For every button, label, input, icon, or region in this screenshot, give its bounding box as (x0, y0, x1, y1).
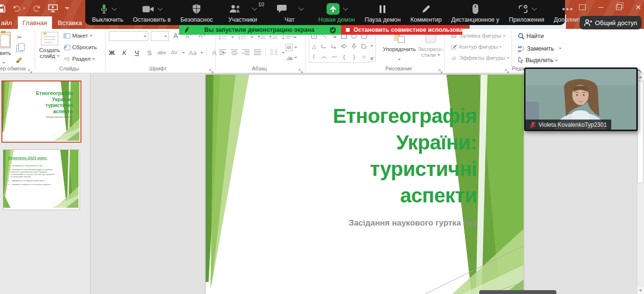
align-left-icon[interactable] (219, 48, 226, 57)
svg-text:ab: ab (518, 45, 522, 49)
slides-group-label: Слайды (59, 66, 79, 71)
start-slideshow-icon[interactable] (48, 4, 58, 13)
slide-thumbnail-1[interactable]: Етногеографія України: туристичні аспект… (1, 80, 81, 143)
shape-right-brace-icon[interactable]: } (353, 54, 355, 60)
format-painter-icon[interactable] (16, 56, 23, 65)
new-share-button[interactable]: Новая демон (308, 0, 360, 25)
cut-icon[interactable]: ✂ (17, 34, 22, 41)
shapes-gallery-scrollbar[interactable] (368, 31, 376, 62)
shape-elbow-arrow-icon[interactable] (331, 44, 337, 50)
participants-chevron-icon[interactable] (252, 5, 257, 10)
microphone-icon (99, 3, 109, 15)
shapes-gallery[interactable]: △ { } ☆ (309, 31, 369, 63)
annotate-button[interactable]: Комментир (406, 0, 447, 25)
minimize-icon[interactable] (598, 7, 604, 8)
font-name-combo[interactable] (109, 31, 148, 41)
columns-icon[interactable] (270, 48, 277, 57)
shape-left-brace-icon[interactable]: { (343, 54, 345, 60)
underline-button[interactable]: Ч (132, 49, 142, 56)
share-access-button[interactable]: Общий доступ (579, 16, 642, 29)
shapes-scroll-more-icon[interactable] (370, 45, 373, 47)
slide-subtitle[interactable]: Засідання наукового гуртка №1 (349, 218, 477, 228)
tab-insert[interactable]: Вставка (58, 19, 82, 27)
replace-button[interactable]: abac Заменить (518, 45, 562, 52)
shape-scribble-icon[interactable] (312, 54, 316, 60)
svg-text:✳: ✳ (64, 56, 67, 61)
layout-icon (64, 33, 70, 39)
font-size-combo[interactable] (151, 31, 169, 41)
tab-file[interactable]: айл (1, 19, 12, 27)
scroll-down-icon[interactable] (637, 287, 644, 294)
change-case-arrow[interactable] (200, 52, 203, 53)
numbering-arrow[interactable] (250, 37, 253, 38)
chat-button[interactable]: Чат (262, 0, 308, 25)
security-button[interactable]: Безопаснос (175, 0, 218, 25)
mute-options-chevron-icon[interactable] (112, 5, 117, 10)
font-color-button[interactable]: А (210, 49, 219, 56)
tab-home[interactable]: Главная (18, 16, 52, 29)
align-text-button[interactable] (285, 44, 297, 51)
participants-button[interactable]: 10 Участники (218, 0, 262, 25)
slide-title[interactable]: Етногеографія України: туристичні аспект… (333, 103, 477, 209)
reset-button[interactable]: Сбросить (64, 44, 97, 50)
justify-icon[interactable] (254, 48, 261, 57)
columns-arrow[interactable] (282, 52, 285, 53)
italic-button[interactable]: К (119, 49, 129, 56)
strikethrough-button[interactable]: abc (157, 50, 167, 55)
select-button[interactable]: Выделить (518, 57, 558, 64)
shape-arc-icon[interactable] (321, 54, 327, 60)
character-spacing-button[interactable]: AV (170, 50, 179, 55)
shape-curve-icon[interactable] (331, 54, 337, 60)
mute-button[interactable]: Выключить (87, 0, 128, 25)
new-slide-button[interactable]: ✳ Создать слайд (38, 32, 62, 59)
customize-qat-icon[interactable] (65, 7, 69, 9)
webcam-video-window[interactable]: Violeta KovalenkoTyp2301 (524, 67, 638, 131)
shape-triangle-icon[interactable]: △ (312, 43, 316, 50)
restore-icon[interactable] (616, 4, 622, 10)
pause-share-button[interactable]: Пауза демон (360, 0, 406, 25)
share-chevron-icon[interactable] (343, 5, 348, 10)
shape-star-icon[interactable]: ☆ (362, 54, 367, 60)
shape-corner-icon[interactable] (361, 44, 367, 50)
save-icon[interactable] (0, 4, 5, 13)
stop-share-button[interactable]: Остановить совместное использование (341, 25, 462, 35)
bold-button[interactable]: Ж (107, 49, 117, 56)
chat-chevron-icon[interactable] (299, 5, 303, 10)
find-button[interactable]: Найти (518, 33, 544, 40)
apps-button[interactable]: Приложения (504, 0, 549, 25)
section-button[interactable]: ✳ Раздел (64, 56, 95, 62)
redo-icon[interactable] (33, 5, 41, 12)
slide-thumbnail-2[interactable]: Вересень 2023 року: ►- затвердження план… (3, 149, 80, 210)
shape-effects-button[interactable]: Эффекты фигуры (451, 55, 510, 61)
layout-button[interactable]: Макет (64, 33, 92, 39)
shape-outline-button[interactable]: Контур фигуры (451, 44, 502, 50)
shape-effects-icon (451, 55, 457, 61)
undo-icon[interactable] (13, 5, 26, 12)
shape-down-arrow-icon[interactable] (352, 43, 356, 50)
shapes-gallery-more-icon[interactable] (370, 57, 374, 60)
remote-control-icon (472, 3, 479, 14)
copy-icon[interactable] (16, 45, 23, 52)
stop-video-button[interactable]: Остановить в (128, 0, 175, 25)
paragraph-group-label: Абзац (252, 66, 267, 71)
shape-right-arrow-icon[interactable] (341, 44, 347, 50)
character-spacing-arrow[interactable] (182, 52, 185, 53)
vertical-scrollbar[interactable] (637, 73, 644, 294)
shape-elbow-icon[interactable] (321, 44, 327, 50)
video-options-chevron-icon[interactable] (158, 5, 162, 10)
text-shadow-button[interactable]: S (145, 49, 154, 56)
main-slide[interactable]: Етногеографія України: туристичні аспект… (206, 75, 524, 294)
apps-chevron-icon[interactable] (531, 5, 536, 10)
close-icon[interactable]: × (634, 4, 642, 11)
window-controls: × (579, 4, 642, 11)
remote-control-button[interactable]: Дистанционное у (447, 0, 504, 25)
change-case-button[interactable]: Aa (188, 49, 197, 56)
align-right-icon[interactable] (242, 48, 250, 57)
align-center-icon[interactable] (231, 48, 238, 57)
quick-styles-button[interactable]: Экспресс- стили (417, 32, 444, 58)
arrange-button[interactable]: Упорядочить (382, 32, 417, 62)
scrollbar-thumb[interactable] (637, 81, 644, 183)
paste-button[interactable]: авить (0, 32, 14, 66)
convert-smartart-button[interactable] (285, 54, 297, 61)
bullets-arrow[interactable] (231, 37, 234, 38)
